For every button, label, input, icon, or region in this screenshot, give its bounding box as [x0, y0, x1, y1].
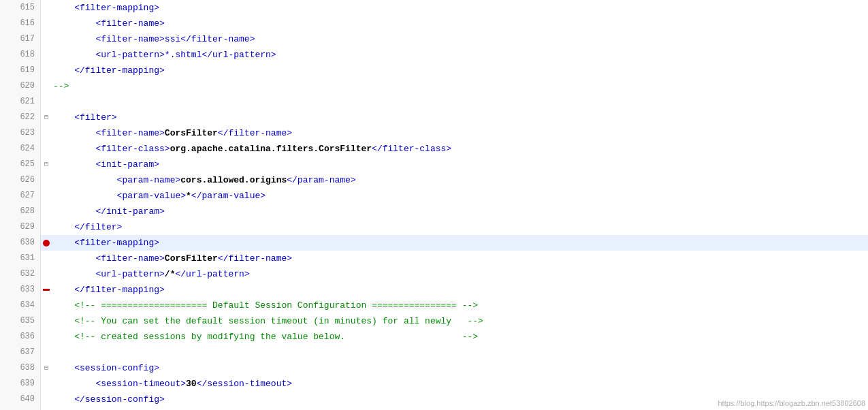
code-token: <!-- created sessions by modifying the v… [53, 332, 478, 342]
code-line: 631 <filter-name>CorsFilter</filter-name… [0, 251, 868, 266]
code-token: </filter-name> [218, 253, 292, 264]
code-token: <filter-name>ssi</filter-name> [53, 34, 255, 44]
line-indicator [41, 204, 50, 219]
line-number: 638 [0, 360, 41, 376]
line-num-text: 619 [20, 63, 35, 78]
code-token: </filter-class> [372, 144, 451, 154]
line-number: 641 [0, 407, 41, 410]
code-token: <url-pattern> [53, 269, 165, 279]
line-content: <filter-class>org.apache.catalina.filter… [50, 141, 868, 157]
line-indicator [41, 31, 50, 47]
line-number: 621 [0, 94, 41, 110]
line-num-text: 638 [20, 360, 35, 376]
line-content: <filter-name>ssi</filter-name> [50, 31, 868, 47]
line-content: <!-- ==================== Default Sessio… [50, 298, 868, 313]
code-token: </url-pattern> [175, 269, 249, 279]
line-content: <!-- You can set the default session tim… [50, 313, 868, 329]
code-token: </filter> [53, 222, 122, 232]
line-indicator [41, 313, 50, 329]
line-number: 636 [0, 329, 41, 345]
code-token: <filter-name> [53, 18, 165, 29]
code-token: <session-config> [53, 363, 159, 373]
line-indicator: ⊟ [41, 157, 50, 172]
line-num-text: 636 [20, 329, 35, 345]
line-indicator [41, 219, 50, 235]
code-line: 638⊟ <session-config> [0, 360, 868, 376]
line-content: <filter-name> [50, 16, 868, 31]
line-num-text: 623 [20, 125, 35, 141]
code-line: 641 [0, 407, 868, 410]
line-content: <!-- created sessions by modifying the v… [50, 329, 868, 345]
line-content: </filter> [50, 219, 868, 235]
code-token: cors.allowed.origins [180, 175, 287, 185]
line-content: <filter-mapping> [50, 0, 868, 16]
line-indicator [41, 172, 50, 188]
line-content: <session-config> [50, 360, 868, 376]
line-indicator [41, 47, 50, 63]
line-number: 617 [0, 31, 41, 47]
code-token: 30 [186, 379, 197, 389]
line-number: 634 [0, 298, 41, 313]
line-indicator [41, 188, 50, 204]
line-content [50, 407, 868, 410]
code-line: 617 <filter-name>ssi</filter-name> [0, 31, 868, 47]
line-indicator [41, 94, 50, 110]
line-num-text: 622 [20, 110, 35, 125]
fold-icon[interactable]: ⊟ [42, 161, 50, 169]
line-number: 623 [0, 125, 41, 141]
code-token: * [186, 191, 191, 201]
line-num-text: 637 [20, 345, 35, 360]
code-token: </filter-mapping> [53, 285, 165, 295]
line-indicator [41, 235, 50, 251]
line-indicator [41, 298, 50, 313]
line-content: <url-pattern>/*</url-pattern> [50, 266, 868, 282]
code-token: --> [53, 81, 69, 91]
line-num-text: 633 [20, 282, 35, 298]
code-line: 629 </filter> [0, 219, 868, 235]
code-line: 632 <url-pattern>/*</url-pattern> [0, 266, 868, 282]
code-line: 619 </filter-mapping> [0, 63, 868, 78]
line-num-text: 629 [20, 219, 35, 235]
line-number: 627 [0, 188, 41, 204]
line-indicator [41, 392, 50, 407]
line-content: --> [50, 78, 868, 94]
line-indicator [41, 376, 50, 392]
line-number: 619 [0, 63, 41, 78]
line-num-text: 640 [20, 392, 35, 407]
line-number: 624 [0, 141, 41, 157]
line-indicator [41, 282, 50, 298]
line-content [50, 345, 868, 360]
line-num-text: 625 [20, 157, 35, 172]
code-line: 624 <filter-class>org.apache.catalina.fi… [0, 141, 868, 157]
line-content: <filter-name>CorsFilter</filter-name> [50, 125, 868, 141]
line-number: 620 [0, 78, 41, 94]
line-indicator [41, 125, 50, 141]
code-line: 626 <param-name>cors.allowed.origins</pa… [0, 172, 868, 188]
line-number: 622 [0, 110, 41, 125]
line-number: 635 [0, 313, 41, 329]
code-line: 636 <!-- created sessions by modifying t… [0, 329, 868, 345]
code-token: <filter> [53, 112, 117, 123]
code-line: 621 [0, 94, 868, 110]
code-line: 635 <!-- You can set the default session… [0, 313, 868, 329]
fold-icon[interactable]: ⊟ [42, 364, 50, 373]
code-line: 637 [0, 345, 868, 360]
code-line: 622⊟ <filter> [0, 110, 868, 125]
line-num-text: 620 [20, 78, 35, 94]
line-indicator [41, 63, 50, 78]
line-content: </filter-mapping> [50, 63, 868, 78]
line-indicator: ⊟ [41, 110, 50, 125]
code-line: 616 <filter-name> [0, 16, 868, 31]
line-indicator [41, 16, 50, 31]
fold-icon[interactable]: ⊟ [42, 114, 50, 122]
code-token: </param-value> [191, 191, 266, 201]
code-line: 627 <param-value>*</param-value> [0, 188, 868, 204]
line-num-text: 628 [20, 204, 35, 219]
code-token: <param-name> [53, 175, 180, 185]
code-token: CorsFilter [165, 253, 218, 264]
code-token: <filter-name> [53, 128, 165, 138]
line-num-text: 624 [20, 141, 35, 157]
code-token: <!-- ==================== Default Sessio… [53, 300, 478, 311]
code-token: org.apache.catalina.filters.CorsFilter [170, 144, 372, 154]
line-indicator [41, 251, 50, 266]
